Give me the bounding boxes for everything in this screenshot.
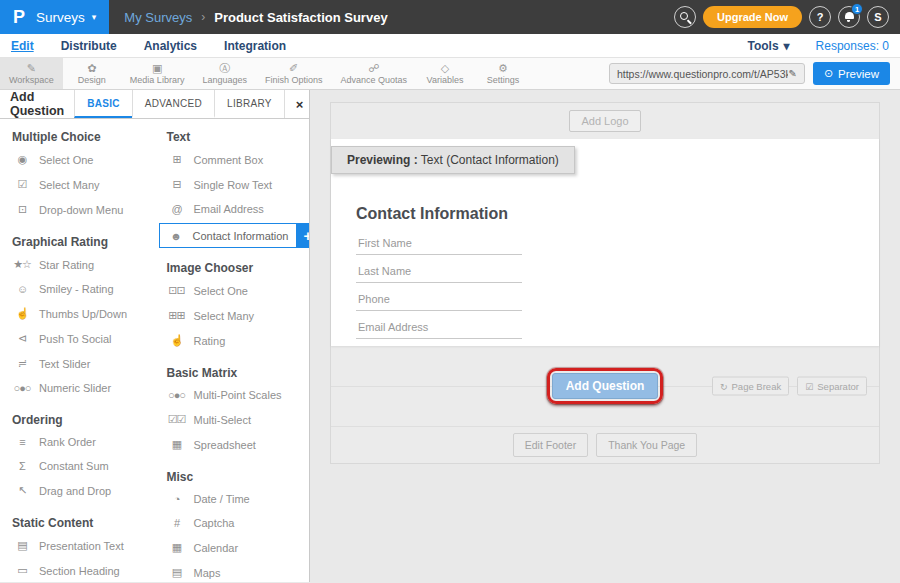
search-button[interactable] (674, 6, 696, 28)
question-type-select-many[interactable]: ⊞⊞Select Many (155, 303, 310, 328)
question-type-drag-and-drop[interactable]: ↖Drag and Drop (0, 478, 155, 503)
question-type-presentation-text[interactable]: ▤Presentation Text (0, 533, 155, 558)
add-logo-button[interactable]: Add Logo (569, 110, 640, 132)
toolbar-item-media-library[interactable]: ▣Media Library (121, 58, 194, 89)
select-many-icon: ☑ (12, 178, 32, 191)
question-type-label: Rank Order (39, 436, 96, 448)
notifications-button[interactable]: 1 (838, 6, 860, 28)
question-type-captcha[interactable]: #Captcha (155, 511, 310, 535)
question-type-label: Star Rating (39, 259, 94, 271)
toolbar-item-design[interactable]: ✿Design (63, 58, 121, 89)
panel-title: Add Question (0, 90, 74, 118)
page-break-button[interactable]: ↻ Page Break (712, 377, 789, 396)
toolbar-item-settings[interactable]: ⚙Settings (474, 58, 532, 89)
preview-button[interactable]: ⊙ Preview (813, 62, 890, 85)
add-contact-information-button[interactable]: + (296, 223, 310, 248)
separator-button[interactable]: ☑ Separator (797, 377, 867, 396)
tab-edit[interactable]: Edit (11, 39, 34, 53)
toolbar-item-advance-quotas[interactable]: ☍Advance Quotas (331, 58, 416, 89)
surveys-menu-button[interactable]: Surveys ▾ (36, 10, 96, 25)
question-type-numeric-slider[interactable]: ○●○Numeric Slider (0, 376, 155, 400)
toolbar-item-variables[interactable]: ◇Variables (416, 58, 474, 89)
question-type-spreadsheet[interactable]: ▦Spreadsheet (155, 432, 310, 457)
last-name-field[interactable] (356, 265, 522, 283)
panel-tab-basic[interactable]: BASIC (74, 90, 132, 118)
panel-tab-advanced[interactable]: ADVANCED (132, 90, 214, 118)
breadcrumb-my-surveys[interactable]: My Surveys (124, 10, 192, 25)
question-type-label: Text Slider (39, 358, 90, 370)
smiley-rating-icon: ☺ (12, 283, 32, 295)
sidebar-column-2: Text⊞Comment Box⊟Single Row Text@Email A… (155, 123, 310, 582)
question-type-select-one[interactable]: ⊡⊡Select One (155, 278, 310, 303)
question-type-label: Drag and Drop (39, 485, 111, 497)
toolbar-item-label: Finish Options (265, 75, 323, 85)
question-type-date-time[interactable]: ◔Date / Time (155, 487, 310, 511)
question-type-comment-box[interactable]: ⊞Comment Box (155, 147, 310, 172)
design-icon: ✿ (87, 62, 96, 74)
panel-tab-library[interactable]: LIBRARY (214, 90, 284, 118)
select-one-icon: ⊡⊡ (167, 284, 187, 297)
tab-distribute[interactable]: Distribute (61, 39, 117, 53)
question-type-calendar[interactable]: ▦Calendar (155, 535, 310, 560)
question-type-select-one[interactable]: ◉Select One (0, 147, 155, 172)
content-area: Add Question BASICADVANCEDLIBRARY × Mult… (0, 90, 900, 582)
previewing-tab-label: Text (Contact Information) (418, 153, 559, 167)
question-type-thumbs-up-down[interactable]: ☝Thumbs Up/Down (0, 301, 155, 326)
question-type-rank-order[interactable]: ≡Rank Order (0, 430, 155, 454)
phone-field[interactable] (356, 293, 522, 311)
breadcrumb-separator-icon: › (201, 10, 205, 24)
section-heading-text: Text (167, 130, 310, 144)
question-type-text-slider[interactable]: ≓Text Slider (0, 351, 155, 376)
question-type-push-to-social[interactable]: ⊲Push To Social (0, 326, 155, 351)
languages-icon: Ⓐ (219, 62, 230, 74)
question-type-section-heading[interactable]: ▭Section Heading (0, 558, 155, 582)
question-type-maps[interactable]: ▤Maps (155, 560, 310, 582)
user-avatar[interactable]: S (867, 6, 889, 28)
finish-options-icon: ✐ (289, 62, 298, 74)
question-type-rating[interactable]: ☝Rating (155, 328, 310, 353)
question-type-label: Select Many (39, 179, 100, 191)
tab-integration[interactable]: Integration (224, 39, 286, 53)
date-time-icon: ◔ (167, 493, 187, 505)
question-type-label: Date / Time (194, 493, 250, 505)
question-type-label: Multi-Point Scales (194, 389, 282, 401)
upgrade-now-button[interactable]: Upgrade Now (703, 6, 802, 28)
question-type-label: Smiley - Rating (39, 283, 114, 295)
question-type-constant-sum[interactable]: ΣConstant Sum (0, 454, 155, 478)
toolbar-item-languages[interactable]: ⒶLanguages (193, 58, 256, 89)
star-rating-icon: ★☆ (12, 258, 32, 271)
question-type-select-many[interactable]: ☑Select Many (0, 172, 155, 197)
question-type-contact-information[interactable]: ☻Contact Information+ (159, 223, 304, 248)
responses-count[interactable]: Responses: 0 (816, 39, 889, 53)
tools-menu-button[interactable]: Tools ▾ (747, 39, 789, 53)
question-type-smiley-rating[interactable]: ☺Smiley - Rating (0, 277, 155, 301)
tab-analytics[interactable]: Analytics (144, 39, 197, 53)
question-type-drop-down-menu[interactable]: ⊡Drop-down Menu (0, 197, 155, 222)
push-to-social-icon: ⊲ (12, 332, 32, 345)
page-break-label: Page Break (732, 381, 782, 392)
question-type-star-rating[interactable]: ★☆Star Rating (0, 252, 155, 277)
help-button[interactable]: ? (809, 6, 831, 28)
section-heading-image-chooser: Image Chooser (167, 261, 310, 275)
add-question-button[interactable]: Add Question (552, 373, 659, 399)
numeric-slider-icon: ○●○ (12, 382, 32, 394)
constant-sum-icon: Σ (12, 460, 32, 472)
thank-you-page-button[interactable]: Thank You Page (596, 433, 697, 457)
question-type-single-row-text[interactable]: ⊟Single Row Text (155, 172, 310, 197)
toolbar-item-finish-options[interactable]: ✐Finish Options (256, 58, 332, 89)
preview-label: Preview (838, 68, 879, 80)
edit-url-icon[interactable]: ✎ (788, 68, 796, 79)
question-type-multi-select[interactable]: ☑☑Multi-Select (155, 407, 310, 432)
toolbar-item-label: Advance Quotas (340, 75, 407, 85)
survey-url-box: ✎ (609, 63, 805, 84)
survey-url-input[interactable] (617, 68, 789, 80)
edit-footer-button[interactable]: Edit Footer (513, 433, 588, 457)
email-address-field[interactable] (356, 321, 522, 339)
questionpro-logo[interactable]: P (13, 7, 25, 28)
toolbar-item-workspace[interactable]: ✎Workspace (0, 58, 63, 89)
section-heading-ordering: Ordering (12, 413, 155, 427)
question-type-multi-point-scales[interactable]: ○●○Multi-Point Scales (155, 383, 310, 407)
question-type-email-address[interactable]: @Email Address (155, 197, 310, 221)
toolbar-right: ✎ ⊙ Preview (609, 58, 900, 89)
first-name-field[interactable] (356, 237, 522, 255)
